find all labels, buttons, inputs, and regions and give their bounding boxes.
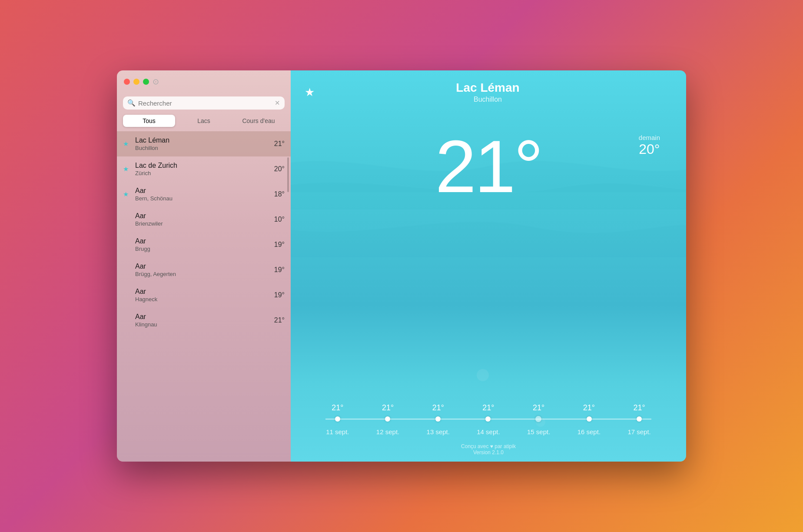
filter-tab-coursdeau[interactable]: Cours d'eau [232,115,285,127]
chart-dot-5 [587,416,592,422]
main-panel: ★ Lac Léman Buchillon 21° demain 20° 21°… [291,70,686,462]
filter-tab-tous[interactable]: Tous [123,115,175,127]
main-header: ★ Lac Léman Buchillon [291,70,686,103]
item-name: Aar [135,288,274,296]
forecast-temp-5: 21° [574,403,604,412]
location-list: ★ Lac Léman Buchillon 21° ★ Lac de Zuric… [117,131,291,462]
item-info: Aar Brugg [135,237,274,252]
item-name: Aar [135,237,274,245]
item-name: Lac de Zurich [135,162,274,170]
forecast-area: 21° 21° 21° 21° 21° 21° 21° [291,203,686,462]
chart-dot-2 [435,416,441,422]
forecast-date-6: 17 sept. [624,428,654,436]
footer-text: Conçu avec ♥ par atipik [291,443,686,449]
filter-tab-lacs[interactable]: Lacs [178,115,230,127]
item-temp: 19° [274,291,285,299]
location-sub: Buchillon [315,96,661,103]
item-name: Lac Léman [135,136,274,144]
item-temp: 20° [274,165,285,173]
chart-dot-3 [485,416,491,422]
item-sub: Buchillon [135,145,274,151]
star-icon: ★ [123,140,131,148]
item-info: Lac Léman Buchillon [135,136,274,151]
traffic-lights [124,79,149,85]
tomorrow-temp: 20° [639,141,660,157]
item-name: Aar [135,263,274,270]
list-item[interactable]: ★ Lac Léman Buchillon 21° [117,131,291,156]
current-temperature: 21° [435,130,541,203]
forecast-chart [291,416,686,422]
chart-line [312,416,664,422]
tomorrow-label: demain [639,134,660,141]
forecast-date-5: 16 sept. [574,428,604,436]
close-button[interactable] [124,79,130,85]
scrollbar[interactable] [287,157,289,192]
forecast-date-3: 14 sept. [473,428,504,436]
clear-search-button[interactable]: ✕ [275,99,280,107]
forecast-date-4: 15 sept. [524,428,554,436]
footer-credit: Conçu avec ♥ par atipik Version 2.1.0 [291,443,686,456]
search-icon: 🔍 [127,99,136,107]
item-info: Aar Hagneck [135,288,274,303]
item-sub: Hagneck [135,296,274,303]
item-temp: 19° [274,241,285,249]
item-temp: 21° [274,316,285,324]
star-icon: ★ [123,190,131,198]
filter-tabs: Tous Lacs Cours d'eau [123,115,285,127]
chart-dot-6 [637,416,642,422]
version-text: Version 2.1.0 [291,449,686,456]
search-input[interactable] [138,100,272,107]
tomorrow-box: demain 20° [639,134,660,157]
location-info: Lac Léman Buchillon [315,81,661,103]
chart-dot-4 [535,416,541,422]
list-item[interactable]: ★ Aar Bern, Schönau 18° [117,182,291,207]
forecast-temp-1: 21° [373,403,403,412]
chart-dot-0 [335,416,340,422]
item-temp: 18° [274,190,285,198]
item-sub: Klingnau [135,321,274,328]
item-name: Aar [135,212,274,220]
forecast-date-0: 11 sept. [322,428,353,436]
forecast-date-2: 13 sept. [423,428,453,436]
item-info: Aar Klingnau [135,313,274,328]
search-bar[interactable]: 🔍 ✕ [123,96,285,110]
forecast-temp-2: 21° [423,403,453,412]
item-info: Lac de Zurich Zürich [135,162,274,176]
list-item[interactable]: ★ Aar Brügg, Aegerten 19° [117,257,291,283]
item-info: Aar Brienzwiler [135,212,274,227]
item-temp: 10° [274,216,285,223]
titlebar: ⊙ [117,70,291,93]
forecast-date-1: 12 sept. [373,428,403,436]
item-name: Aar [135,313,274,321]
item-sub: Bern, Schönau [135,195,274,202]
location-icon: ⊙ [153,77,159,86]
item-info: Aar Bern, Schönau [135,187,274,202]
item-sub: Brügg, Aegerten [135,271,274,277]
forecast-temp-6: 21° [624,403,654,412]
minimize-button[interactable] [133,79,139,85]
item-sub: Brugg [135,246,274,252]
forecast-temp-3: 21° [473,403,504,412]
list-item[interactable]: ★ Aar Hagneck 19° [117,283,291,308]
item-temp: 19° [274,266,285,274]
forecast-temps: 21° 21° 21° 21° 21° 21° 21° [291,403,686,412]
forecast-temp-4: 21° [524,403,554,412]
location-name: Lac Léman [315,81,661,95]
app-window: ⊙ 🔍 ✕ Tous Lacs Cours d'eau ★ Lac Léman … [117,70,686,462]
fullscreen-button[interactable] [143,79,149,85]
list-item[interactable]: ★ Aar Klingnau 21° [117,308,291,333]
item-sub: Brienzwiler [135,220,274,227]
sidebar: ⊙ 🔍 ✕ Tous Lacs Cours d'eau ★ Lac Léman … [117,70,291,462]
item-temp: 21° [274,140,285,148]
forecast-dates: 11 sept. 12 sept. 13 sept. 14 sept. 15 s… [291,426,686,436]
item-sub: Zürich [135,170,274,176]
list-item[interactable]: ★ Aar Brienzwiler 10° [117,207,291,232]
item-name: Aar [135,187,274,195]
favorite-star-button[interactable]: ★ [305,86,315,99]
chart-dot-1 [385,416,390,422]
item-info: Aar Brügg, Aegerten [135,263,274,277]
star-icon: ★ [123,165,131,173]
list-item[interactable]: ★ Lac de Zurich Zürich 20° [117,156,291,182]
forecast-temp-0: 21° [322,403,353,412]
list-item[interactable]: ★ Aar Brugg 19° [117,232,291,257]
